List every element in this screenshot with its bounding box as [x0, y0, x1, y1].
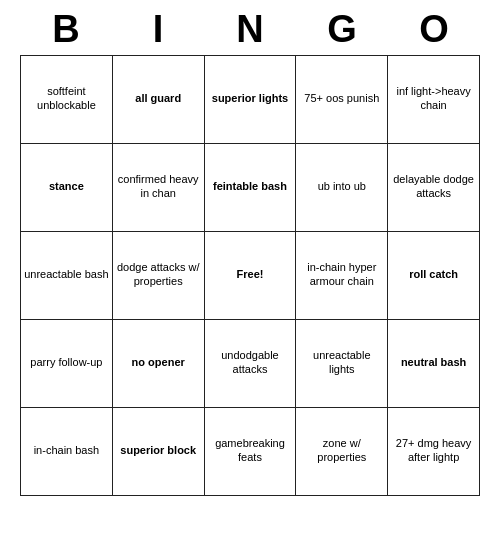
grid-cell-1-4: delayable dodge attacks: [388, 143, 480, 231]
grid-cell-4-2: gamebreaking feats: [204, 407, 296, 495]
grid-cell-4-4: 27+ dmg heavy after lightp: [388, 407, 480, 495]
grid-row-3: parry follow-upno openerundodgable attac…: [21, 319, 480, 407]
grid-cell-2-2: Free!: [204, 231, 296, 319]
grid-row-0: softfeint unblockableall guardsuperior l…: [21, 55, 480, 143]
grid-cell-3-0: parry follow-up: [21, 319, 113, 407]
title-letter-n: N: [204, 8, 296, 51]
title-letter-g: G: [296, 8, 388, 51]
grid-cell-0-2: superior lights: [204, 55, 296, 143]
grid-cell-1-0: stance: [21, 143, 113, 231]
title-letter-i: I: [112, 8, 204, 51]
bingo-grid: softfeint unblockableall guardsuperior l…: [20, 55, 480, 496]
grid-cell-2-3: in-chain hyper armour chain: [296, 231, 388, 319]
grid-cell-1-1: confirmed heavy in chan: [112, 143, 204, 231]
grid-cell-4-1: superior block: [112, 407, 204, 495]
grid-cell-2-4: roll catch: [388, 231, 480, 319]
grid-cell-2-1: dodge attacks w/ properties: [112, 231, 204, 319]
grid-row-1: stanceconfirmed heavy in chanfeintable b…: [21, 143, 480, 231]
grid-cell-0-3: 75+ oos punish: [296, 55, 388, 143]
title-letter-b: B: [20, 8, 112, 51]
title-letter-o: O: [388, 8, 480, 51]
grid-cell-0-1: all guard: [112, 55, 204, 143]
grid-cell-4-0: in-chain bash: [21, 407, 113, 495]
bingo-title: BINGO: [20, 8, 480, 51]
grid-cell-0-4: inf light->heavy chain: [388, 55, 480, 143]
grid-cell-1-2: feintable bash: [204, 143, 296, 231]
grid-cell-0-0: softfeint unblockable: [21, 55, 113, 143]
grid-row-4: in-chain bashsuperior blockgamebreaking …: [21, 407, 480, 495]
grid-cell-3-2: undodgable attacks: [204, 319, 296, 407]
grid-cell-3-4: neutral bash: [388, 319, 480, 407]
grid-cell-1-3: ub into ub: [296, 143, 388, 231]
grid-cell-3-3: unreactable lights: [296, 319, 388, 407]
grid-row-2: unreactable bashdodge attacks w/ propert…: [21, 231, 480, 319]
grid-cell-2-0: unreactable bash: [21, 231, 113, 319]
grid-cell-4-3: zone w/ properties: [296, 407, 388, 495]
grid-cell-3-1: no opener: [112, 319, 204, 407]
